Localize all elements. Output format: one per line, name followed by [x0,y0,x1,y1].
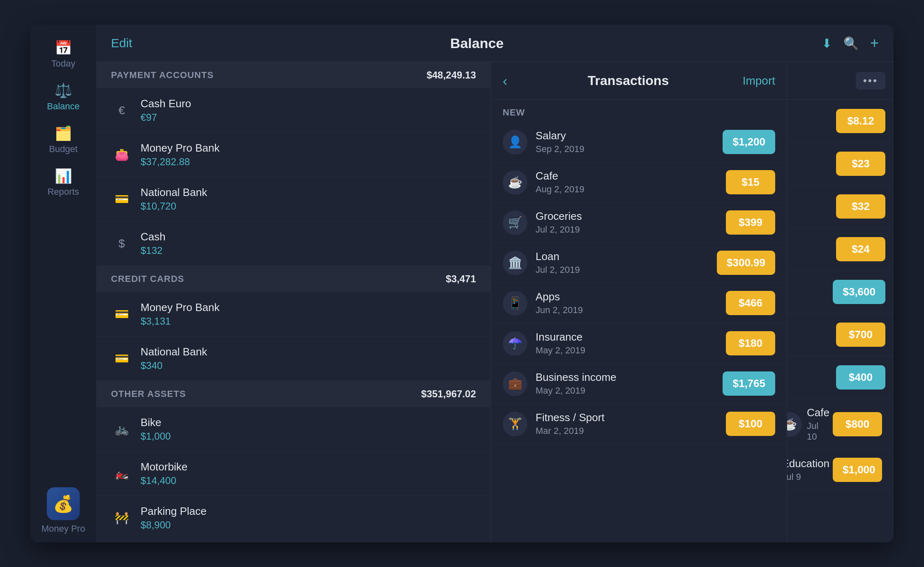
insurance-info: Insurance May 2, 2019 [536,331,726,356]
bike-icon: 🚲 [111,419,132,440]
fitness-date: Mar 2, 2019 [536,426,726,436]
transactions-title: Transactions [514,73,742,88]
education-extra-name: Education [787,457,829,470]
groceries-date: Jul 2, 2019 [536,224,726,235]
search-icon[interactable]: 🔍 [843,36,859,51]
sidebar-label-balance: Balance [47,101,80,112]
salary-name: Salary [536,129,723,142]
account-motorbike[interactable]: 🏍️ Motorbike $14,400 [96,452,491,496]
sidebar-label-reports: Reports [47,187,79,197]
parking-name: Parking Place [141,505,476,518]
insurance-name: Insurance [536,331,726,343]
right-cafe-extra[interactable]: ☕ Cafe Jul 10 $800 [787,399,894,450]
national-bank-payment-balance: $10,720 [141,201,476,212]
right-education-extra[interactable]: 🎓 Education Jul 9 $1,000 [787,450,894,490]
business-date: May 2, 2019 [536,385,723,396]
apps-avatar: 📱 [503,291,527,316]
fitness-name: Fitness / Sport [536,411,726,424]
cash-name: Cash [141,230,476,243]
money-pro-icon: 💰 [47,487,80,520]
cafe-info: Cafe Aug 2, 2019 [536,170,726,195]
right-badge-5: $700 [836,323,885,347]
right-amount-1: $23 [787,143,894,185]
account-money-pro-bank[interactable]: 👛 Money Pro Bank $37,282.88 [96,133,491,177]
national-bank-payment-name: National Bank [141,186,476,199]
loan-avatar: 🏛️ [503,251,527,275]
trans-apps[interactable]: 📱 Apps Jun 2, 2019 $466 [491,283,787,323]
account-national-bank-payment[interactable]: 💳 National Bank $10,720 [96,177,491,221]
cc-national-icon: 💳 [111,348,132,369]
more-button[interactable]: ••• [856,72,885,90]
account-cc-money-pro[interactable]: 💳 Money Pro Bank $3,131 [96,292,491,337]
fitness-avatar: 🏋️ [503,412,527,436]
groceries-name: Groceries [536,210,726,223]
cafe-extra-info: Cafe Jul 10 [807,406,829,442]
loan-info: Loan Jul 2, 2019 [536,250,717,275]
back-button[interactable]: ‹ [503,73,507,89]
top-bar: Edit Balance ⬇ 🔍 + [96,25,894,62]
account-cc-national[interactable]: 💳 National Bank $340 [96,337,491,381]
credit-cards-header: CREDIT CARDS $3,471 [96,266,491,292]
sidebar-label-budget: Budget [49,144,78,154]
cash-euro-name: Cash Euro [141,97,476,110]
add-icon[interactable]: + [870,35,879,52]
payment-accounts-title: PAYMENT ACCOUNTS [111,70,214,81]
account-cash-euro[interactable]: € Cash Euro €97 [96,88,491,133]
loan-name: Loan [536,250,717,263]
import-button[interactable]: Import [743,74,775,88]
sidebar-item-budget[interactable]: 🗂️ Budget [30,118,96,161]
apps-name: Apps [536,290,726,303]
cafe-extra-name: Cafe [807,406,829,419]
business-amount: $1,765 [723,371,775,396]
business-name: Business income [536,371,723,384]
sidebar-item-reports[interactable]: 📊 Reports [30,161,96,204]
cafe-extra-date: Jul 10 [807,421,829,442]
right-amount-3: $24 [787,228,894,271]
trans-business[interactable]: 💼 Business income May 2, 2019 $1,765 [491,364,787,404]
payment-accounts-total: $48,249.13 [427,69,476,81]
sidebar-item-balance[interactable]: ⚖️ Balance [30,76,96,118]
account-car[interactable]: 🚗 Car $50,000 [96,540,491,542]
money-pro-label: Money Pro [42,523,85,534]
other-assets-title: OTHER ASSETS [111,389,186,399]
right-amount-5: $700 [787,313,894,356]
apps-amount: $466 [726,291,775,315]
edit-button[interactable]: Edit [111,36,132,50]
trans-loan[interactable]: 🏛️ Loan Jul 2, 2019 $300.99 [491,243,787,283]
national-bank-payment-info: National Bank $10,720 [141,186,476,212]
cafe-amount: $15 [726,170,775,194]
right-badge-6: $400 [836,365,885,390]
motorbike-balance: $14,400 [141,475,476,486]
loan-date: Jul 2, 2019 [536,265,717,275]
reports-icon: 📊 [55,168,72,184]
cafe-avatar: ☕ [503,170,527,195]
cc-national-balance: $340 [141,360,476,371]
trans-insurance[interactable]: ☂️ Insurance May 2, 2019 $180 [491,323,787,364]
budget-icon: 🗂️ [55,125,72,141]
right-badge-2: $32 [836,194,885,219]
salary-amount: $1,200 [723,130,775,154]
cash-info: Cash $132 [141,230,476,256]
right-amount-6: $400 [787,356,894,399]
trans-groceries[interactable]: 🛒 Groceries Jul 2, 2019 $399 [491,203,787,243]
account-cash[interactable]: $ Cash $132 [96,221,491,266]
balance-icon: ⚖️ [55,82,72,99]
download-icon[interactable]: ⬇ [822,36,832,51]
sidebar-item-today[interactable]: 📅 Today [30,33,96,76]
cash-balance: $132 [141,245,476,256]
cc-national-info: National Bank $340 [141,346,476,371]
cafe-name: Cafe [536,170,726,182]
account-parking[interactable]: 🚧 Parking Place $8,900 [96,496,491,540]
account-bike[interactable]: 🚲 Bike $1,000 [96,407,491,452]
cc-money-pro-info: Money Pro Bank $3,131 [141,301,476,327]
accounts-panel: PAYMENT ACCOUNTS $48,249.13 € Cash Euro … [96,62,491,542]
apps-date: Jun 2, 2019 [536,305,726,316]
salary-date: Sep 2, 2019 [536,144,723,154]
motorbike-name: Motorbike [141,461,476,473]
trans-salary[interactable]: 👤 Salary Sep 2, 2019 $1,200 [491,122,787,162]
right-amount-4: $3,600 [787,271,894,313]
business-avatar: 💼 [503,371,527,396]
trans-fitness[interactable]: 🏋️ Fitness / Sport Mar 2, 2019 $100 [491,404,787,444]
trans-cafe[interactable]: ☕ Cafe Aug 2, 2019 $15 [491,162,787,203]
bike-info: Bike $1,000 [141,416,476,442]
